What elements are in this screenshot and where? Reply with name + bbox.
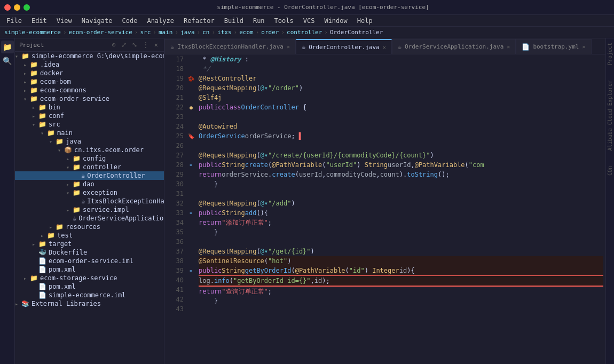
sidebar-icon-project[interactable]: 📁 [1, 41, 14, 53]
tree-node-controller[interactable]: ▾📁controller [15, 163, 164, 171]
code-line[interactable]: public String add(){ [199, 208, 603, 218]
code-line[interactable]: @Slf4j [199, 93, 603, 102]
code-line[interactable]: return "查询订单正常"; [199, 287, 603, 296]
right-panel-project[interactable]: Project [607, 41, 613, 67]
code-line[interactable]: OrderService orderService; ▌ [199, 131, 603, 141]
code-line[interactable]: public class OrderController { [199, 102, 603, 112]
right-panel-cloud[interactable]: Alibaba Cloud Explorer [607, 78, 613, 153]
menu-item-refactor[interactable]: Refactor [179, 16, 219, 26]
tree-node-java[interactable]: ▾📁java [15, 137, 164, 146]
code-line[interactable] [199, 306, 603, 315]
menu-item-code[interactable]: Code [118, 16, 142, 26]
menu-item-window[interactable]: Window [320, 16, 351, 26]
breadcrumb-item[interactable]: cn [202, 29, 209, 36]
tree-collapse-btn[interactable]: ⤡ [130, 41, 139, 49]
tab-close-button[interactable]: ✕ [507, 44, 510, 50]
tree-node-target[interactable]: ▸📁target [15, 240, 164, 248]
tree-node-conf[interactable]: ▸📁conf [15, 112, 164, 120]
tree-node-OrderController[interactable]: ☕OrderController [15, 171, 164, 180]
menu-item-vcs[interactable]: VCS [299, 16, 319, 26]
tree-node-idea[interactable]: ▸📁.idea [15, 60, 164, 69]
code-line[interactable] [199, 141, 603, 151]
tree-node-service.impl[interactable]: ▸📁service.impl [15, 205, 164, 214]
tree-sync-btn[interactable]: ⊙ [111, 41, 117, 49]
menu-item-edit[interactable]: Edit [27, 16, 51, 26]
tab-close-button[interactable]: ✕ [582, 44, 585, 50]
breadcrumb-item[interactable]: java [180, 29, 195, 36]
code-line[interactable]: public String getByOrderId(@PathVariable… [199, 266, 603, 275]
tree-node-ExternalLibraries[interactable]: ▸📚External Libraries [15, 299, 164, 308]
code-line[interactable]: @RequestMapping(@▾"/add") [199, 199, 603, 208]
menu-item-analyze[interactable]: Analyze [143, 16, 178, 26]
tree-node-dao[interactable]: ▸📁dao [15, 180, 164, 188]
menu-item-file[interactable]: File [2, 16, 26, 26]
menu-item-run[interactable]: Run [249, 16, 269, 26]
tree-node-cn.itxs.ecom.order[interactable]: ▾📦cn.itxs.ecom.order [15, 146, 164, 154]
breadcrumb-item[interactable]: order [261, 29, 279, 36]
code-line[interactable]: @RequestMapping(@▾"/get/{id}") [199, 247, 603, 256]
code-line[interactable]: * @History : [199, 54, 603, 64]
code-line[interactable]: */ [199, 64, 603, 74]
tab-ItxsBlockExceptionHandler[interactable]: ☕ItxsBlockExceptionHandler.java✕ [164, 39, 296, 54]
tab-close-button[interactable]: ✕ [383, 44, 386, 50]
code-line[interactable]: @RestController [199, 74, 603, 83]
right-panel-con[interactable]: COn [607, 164, 613, 178]
tree-node-exception[interactable]: ▾📁exception [15, 188, 164, 197]
tree-node-ecom-bom[interactable]: ▸📁ecom-bom [15, 77, 164, 86]
tree-node-src[interactable]: ▾📁src [15, 120, 164, 129]
menu-item-view[interactable]: View [52, 16, 76, 26]
tree-node-ItxsBlockExceptionHandler[interactable]: ☕ItxsBlockExceptionHandler [15, 197, 164, 205]
code-line[interactable]: public String create(@PathVariable("user… [199, 160, 603, 170]
code-line[interactable]: } [199, 227, 603, 237]
tab-close-button[interactable]: ✕ [287, 44, 290, 50]
tab-OrderServiceApplication[interactable]: ☕OrderServiceApplication.java✕ [392, 39, 516, 54]
tree-node-Dockerfile[interactable]: 🐳Dockerfile [15, 248, 164, 257]
tab-bootstrap.yml[interactable]: 📄bootstrap.yml✕ [516, 39, 591, 54]
tree-node-config[interactable]: ▸📁config [15, 154, 164, 163]
tree-node-main[interactable]: ▾📁main [15, 129, 164, 137]
code-line[interactable]: log.info("getByOrderId id={}",id); [199, 275, 603, 287]
breadcrumb-item[interactable]: main [159, 29, 173, 36]
tree-node-ecom-order-service.iml[interactable]: 📄ecom-order-service.iml [15, 257, 164, 265]
code-line[interactable]: @RequestMapping(@▾"/order") [199, 83, 603, 93]
minimize-button[interactable] [14, 4, 20, 11]
code-line[interactable] [199, 189, 603, 199]
menu-item-navigate[interactable]: Navigate [77, 16, 117, 26]
tree-expand-btn[interactable]: ⤢ [120, 41, 128, 49]
breadcrumb-item[interactable]: controller [287, 29, 322, 36]
code-line[interactable]: @Autowired [199, 122, 603, 131]
menu-item-build[interactable]: Build [220, 16, 248, 26]
code-line[interactable]: } [199, 296, 603, 306]
menu-item-help[interactable]: Help [353, 16, 377, 26]
code-line[interactable]: return orderService.create(userId,commod… [199, 170, 603, 179]
breadcrumb-item[interactable]: src [140, 29, 151, 36]
code-line[interactable]: return "添加订单正常"; [199, 218, 603, 227]
tree-settings-btn[interactable]: ⋮ [141, 41, 151, 49]
menu-item-tools[interactable]: Tools [270, 16, 298, 26]
tree-node-simple-ecommerce.iml[interactable]: 📄simple-ecommerce.iml [15, 291, 164, 299]
code-line[interactable]: @SentinelResource("hot") [199, 256, 603, 266]
code-line[interactable] [199, 237, 603, 247]
tree-node-resources[interactable]: ▸📁resources [15, 223, 164, 231]
tab-OrderController[interactable]: ☕OrderController.java✕ [296, 39, 392, 54]
tree-close-btn[interactable]: ✕ [153, 41, 160, 49]
tree-node-OrderServiceApplication[interactable]: ☕OrderServiceApplication [15, 214, 164, 223]
sidebar-icon-search[interactable]: 🔍 [1, 54, 14, 67]
tree-node-docker[interactable]: ▸📁docker [15, 69, 164, 77]
breadcrumb-item[interactable]: ecom-order-service [69, 29, 132, 36]
code-line[interactable]: } [199, 179, 603, 189]
close-button[interactable] [4, 4, 11, 11]
tree-node-ecom-commons[interactable]: ▸📁ecom-commons [15, 86, 164, 94]
breadcrumb-item[interactable]: itxs [217, 29, 232, 36]
tree-node-test[interactable]: ▸📁test [15, 231, 164, 240]
tree-node-pom2.xml[interactable]: 📄pom.xml [15, 282, 164, 291]
tree-node-ecom-order-service[interactable]: ▾📁ecom-order-service [15, 94, 164, 103]
code-line[interactable]: @RequestMapping(@▾"/create/{userId}/{com… [199, 151, 603, 160]
tree-node-pom.xml[interactable]: 📄pom.xml [15, 265, 164, 274]
maximize-button[interactable] [23, 4, 30, 11]
tree-node-ecom-storage-service[interactable]: ▸📁ecom-storage-service [15, 274, 164, 282]
tree-node-bin[interactable]: ▸📁bin [15, 103, 164, 112]
tree-node-simple-ecommerce[interactable]: ▾📁simple-ecommerce G:\dev\simple-ecommer… [15, 52, 164, 60]
breadcrumb-item[interactable]: ecom [239, 29, 254, 36]
code-line[interactable] [199, 112, 603, 122]
